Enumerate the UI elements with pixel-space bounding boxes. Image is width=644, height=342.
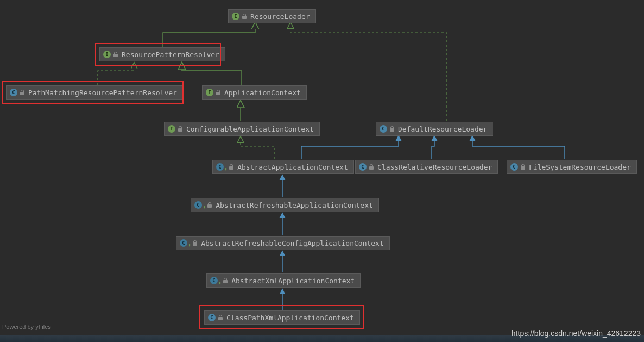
class-icon	[380, 125, 387, 133]
abstract-class-icon	[194, 201, 202, 209]
class-icon	[510, 163, 518, 171]
node-label: AbstractRefreshableConfigApplicationCont…	[201, 239, 384, 247]
lock-icon	[192, 240, 198, 246]
node-label: DefaultResourceLoader	[398, 125, 487, 133]
lock-icon	[242, 14, 247, 19]
lock-icon	[520, 164, 526, 170]
node-label: ConfigurableApplicationContext	[186, 125, 314, 133]
node-application-context[interactable]: ApplicationContext	[202, 85, 307, 100]
node-classpath-xml-app-context[interactable]: ClassPathXmlApplicationContext	[204, 310, 360, 325]
class-icon	[208, 314, 216, 321]
csdn-watermark: https://blog.csdn.net/weixin_42612223	[512, 329, 641, 338]
lock-icon	[223, 278, 228, 283]
abstract-class-icon	[210, 277, 218, 284]
node-label: AbstractApplicationContext	[237, 163, 348, 171]
node-default-resource-loader[interactable]: DefaultResourceLoader	[376, 122, 493, 136]
lock-icon	[178, 126, 183, 132]
class-icon	[359, 163, 367, 171]
node-label: ClassPathXmlApplicationContext	[226, 314, 354, 322]
interface-icon	[103, 51, 111, 58]
abstract-marker: ▮	[203, 205, 205, 209]
node-file-system-resource-loader[interactable]: FileSystemResourceLoader	[507, 160, 637, 174]
lock-icon	[229, 164, 234, 170]
node-label: AbstractRefreshableApplicationContext	[216, 201, 373, 209]
lock-icon	[20, 90, 25, 95]
node-label: ResourcePatternResolver	[122, 51, 219, 59]
node-class-relative-resource-loader[interactable]: ClassRelativeResourceLoader	[355, 160, 498, 174]
node-resource-loader[interactable]: ResourceLoader	[228, 9, 316, 23]
node-label: FileSystemResourceLoader	[529, 163, 631, 171]
lock-icon	[369, 164, 374, 170]
node-resource-pattern-resolver[interactable]: ResourcePatternResolver	[99, 47, 225, 61]
node-abstract-app-context[interactable]: ▮ AbstractApplicationContext	[212, 160, 354, 174]
class-icon	[10, 89, 17, 96]
node-abstract-refreshable-config-app-context[interactable]: ▮ AbstractRefreshableConfigApplicationCo…	[176, 236, 390, 250]
interface-icon	[232, 13, 239, 20]
node-label: ClassRelativeResourceLoader	[377, 163, 492, 171]
lock-icon	[207, 202, 212, 208]
abstract-marker: ▮	[219, 281, 221, 285]
node-label: PathMatchingResourcePatternResolver	[28, 89, 177, 97]
abstract-class-icon	[180, 239, 187, 247]
yfiles-watermark: Powered by yFiles	[2, 324, 51, 330]
abstract-marker: ▮	[188, 243, 191, 247]
node-abstract-refreshable-app-context[interactable]: ▮ AbstractRefreshableApplicationContext	[191, 198, 379, 212]
lock-icon	[389, 126, 395, 132]
interface-icon	[206, 89, 213, 96]
lock-icon	[113, 52, 118, 57]
node-configurable-app-context[interactable]: ConfigurableApplicationContext	[164, 122, 320, 136]
abstract-class-icon	[216, 163, 224, 171]
node-label: ApplicationContext	[224, 89, 301, 97]
lock-icon	[218, 315, 223, 320]
node-abstract-xml-app-context[interactable]: ▮ AbstractXmlApplicationContext	[206, 273, 361, 288]
interface-icon	[168, 125, 175, 133]
node-label: AbstractXmlApplicationContext	[231, 277, 355, 285]
abstract-marker: ▮	[225, 167, 227, 171]
node-label: ResourceLoader	[250, 13, 310, 21]
diagram-canvas: ResourceLoader ResourcePatternResolver P…	[0, 0, 644, 342]
lock-icon	[216, 90, 221, 95]
node-path-matching-resolver[interactable]: PathMatchingResourcePatternResolver	[6, 85, 183, 100]
